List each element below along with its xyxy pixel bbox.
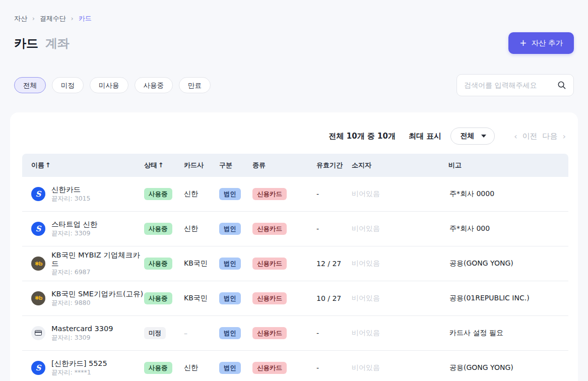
sort-asc-icon: ↑ — [158, 161, 164, 169]
kind-badge: 신용카드 — [252, 327, 287, 339]
issuer-cell: – — [184, 329, 219, 337]
validity-cell: 10 / 27 — [316, 294, 352, 302]
validity-cell: - — [316, 190, 352, 198]
pagination: ‹ 이전 다음 › — [514, 132, 566, 141]
filter-chip-all[interactable]: 전체 — [14, 77, 46, 94]
card-last-digits: 끝자리: 3309 — [51, 230, 98, 237]
card-name: Mastercard 3309 — [51, 325, 113, 333]
division-badge: 법인 — [219, 188, 241, 200]
card-last-digits: 끝자리: 3015 — [51, 195, 91, 202]
issuer-cell: 신한 — [184, 189, 219, 199]
plus-icon: + — [519, 39, 527, 47]
page: 자산 › 결제수단 › 카드 카드 계좌 + 자산 추가 전체 미정 미사용 사… — [0, 0, 588, 381]
note-cell: 공용(01REPUBLIC INC.) — [448, 294, 568, 303]
search-icon[interactable] — [557, 81, 566, 90]
generic-card-icon — [31, 326, 45, 340]
table-row[interactable]: S [신한카드] 5525 끝자리: ****1 사용중 신한 법인 신용카드 … — [22, 351, 568, 381]
search-box — [456, 74, 574, 96]
validity-cell: - — [316, 225, 352, 233]
page-size-dropdown[interactable]: 전체 — [450, 128, 495, 145]
column-header-status[interactable]: 상태↑ — [144, 161, 184, 170]
division-badge: 법인 — [219, 327, 241, 339]
column-header-issuer[interactable]: 카드사 — [184, 161, 219, 170]
page-subtitle-accounts-tab[interactable]: 계좌 — [45, 35, 70, 51]
max-display-label: 최대 표시 — [409, 132, 441, 141]
note-cell: 카드사 설정 필요 — [448, 329, 568, 338]
breadcrumb: 자산 › 결제수단 › 카드 — [10, 0, 578, 23]
status-badge: 사용중 — [144, 188, 172, 200]
holder-cell: 비어있음 — [352, 329, 448, 338]
card-list-panel: 전체 10개 중 10개 최대 표시 전체 ‹ 이전 다음 › 이름↑ 상태↑ … — [10, 112, 578, 381]
table-row[interactable]: S 스타트업 신한 끝자리: 3309 사용중 신한 법인 신용카드 - 비어있… — [22, 212, 568, 246]
shinhan-bank-icon: S — [31, 222, 45, 236]
column-header-note[interactable]: 비고 — [448, 161, 568, 170]
card-name: KB국민 MYBIZ 기업체크카드 — [51, 251, 144, 268]
status-badge: 미정 — [144, 327, 166, 339]
kb-bank-icon: ✱b — [31, 257, 45, 271]
status-badge: 사용중 — [144, 292, 172, 304]
table-row[interactable]: ✱b KB국민 SME기업카드(고유) 끝자리: 9880 사용중 KB국민 법… — [22, 281, 568, 316]
breadcrumb-item-card[interactable]: 카드 — [79, 14, 92, 23]
prev-chevron-icon[interactable]: ‹ — [514, 132, 517, 141]
filter-row: 전체 미정 미사용 사용중 만료 — [10, 54, 578, 96]
column-header-status-label: 상태 — [144, 161, 157, 169]
breadcrumb-separator-icon: › — [32, 15, 35, 22]
column-header-holder[interactable]: 소지자 — [352, 161, 448, 170]
card-name: [신한카드] 5525 — [51, 359, 107, 368]
breadcrumb-separator-icon: › — [71, 15, 74, 22]
filter-chip-in-use[interactable]: 사용중 — [135, 77, 173, 94]
filter-chip-undecided[interactable]: 미정 — [52, 77, 84, 94]
kind-badge: 신용카드 — [252, 362, 287, 374]
holder-cell: 비어있음 — [352, 189, 448, 199]
card-last-digits: 끝자리: 3309 — [51, 334, 113, 341]
kind-badge: 신용카드 — [252, 258, 287, 270]
page-title: 카드 — [14, 35, 38, 51]
validity-cell: 12 / 27 — [316, 260, 352, 268]
filter-chip-expired[interactable]: 만료 — [179, 77, 211, 94]
card-name: 스타트업 신한 — [51, 220, 98, 229]
issuer-cell: 신한 — [184, 363, 219, 372]
division-badge: 법인 — [219, 292, 241, 304]
breadcrumb-item-payment-methods[interactable]: 결제수단 — [40, 14, 66, 23]
breadcrumb-item-assets[interactable]: 자산 — [14, 14, 27, 23]
card-last-digits: 끝자리: 6987 — [51, 269, 144, 276]
holder-cell: 비어있음 — [352, 224, 448, 233]
add-asset-button[interactable]: + 자산 추가 — [508, 32, 574, 54]
holder-cell: 비어있음 — [352, 259, 448, 268]
kind-badge: 신용카드 — [252, 223, 287, 235]
column-header-division[interactable]: 구분 — [219, 161, 252, 170]
search-input[interactable] — [464, 81, 557, 89]
note-cell: 주*회사 000 — [448, 224, 568, 233]
total-count-text: 전체 10개 중 10개 — [329, 132, 396, 141]
column-header-name[interactable]: 이름↑ — [22, 161, 144, 170]
holder-cell: 비어있음 — [352, 363, 448, 372]
table-header-row: 이름↑ 상태↑ 카드사 구분 종류 유효기간 소지자 비고 — [22, 154, 568, 177]
table-row[interactable]: S 신한카드 끝자리: 3015 사용중 신한 법인 신용카드 - 비어있음 주… — [22, 177, 568, 212]
table-row[interactable]: ✱b KB국민 MYBIZ 기업체크카드 끝자리: 6987 사용중 KB국민 … — [22, 246, 568, 281]
filter-chip-unused[interactable]: 미사용 — [90, 77, 128, 94]
note-cell: 주*회사 0000 — [448, 189, 568, 199]
table-controls: 전체 10개 중 10개 최대 표시 전체 ‹ 이전 다음 › — [22, 122, 568, 154]
next-page-button[interactable]: 다음 — [543, 132, 558, 141]
holder-cell: 비어있음 — [352, 294, 448, 303]
card-last-digits: 끝자리: 9880 — [51, 299, 143, 306]
chevron-down-icon — [481, 135, 486, 138]
card-name: KB국민 SME기업카드(고유) — [51, 290, 143, 298]
issuer-cell: KB국민 — [184, 259, 219, 268]
division-badge: 법인 — [219, 362, 241, 374]
kind-badge: 신용카드 — [252, 188, 287, 200]
table-row[interactable]: Mastercard 3309 끝자리: 3309 미정 – 법인 신용카드 -… — [22, 316, 568, 351]
column-header-validity[interactable]: 유효기간 — [316, 161, 352, 170]
next-chevron-icon[interactable]: › — [563, 132, 566, 141]
prev-page-button[interactable]: 이전 — [522, 132, 538, 141]
issuer-cell: KB국민 — [184, 294, 219, 303]
kb-bank-icon: ✱b — [31, 291, 45, 305]
shinhan-bank-icon: S — [31, 187, 45, 201]
status-badge: 사용중 — [144, 258, 172, 270]
status-filter-chips: 전체 미정 미사용 사용중 만료 — [14, 77, 211, 94]
card-name: 신한카드 — [51, 185, 91, 194]
title-row: 카드 계좌 + 자산 추가 — [10, 23, 578, 54]
cards-table: 이름↑ 상태↑ 카드사 구분 종류 유효기간 소지자 비고 S 신한카드 끝자리… — [22, 154, 568, 381]
column-header-kind[interactable]: 종류 — [252, 161, 316, 170]
note-cell: 공용(GONG YONG) — [448, 363, 568, 372]
